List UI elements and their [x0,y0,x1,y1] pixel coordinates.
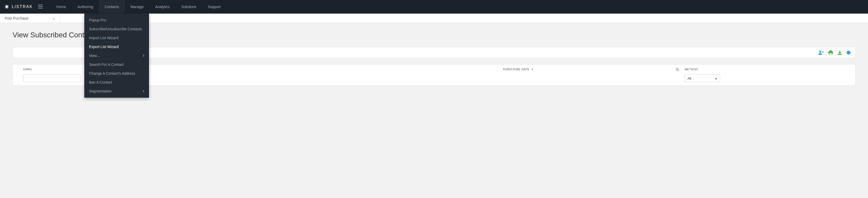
nav-item-authoring[interactable]: Authoring [72,0,99,13]
email-filter-input[interactable] [23,75,81,82]
brand-text: LISTRAK [12,4,33,9]
menu-item-import-list-wizard[interactable]: Import List Wizard [84,33,149,42]
nav-item-support[interactable]: Support [202,0,226,13]
top-nav: LISTRAK HomeAuthoringContactsManageAnaly… [0,0,868,13]
menu-item-subscribe-unsubscribe-contacts[interactable]: Subscribe/Unsubscribe Contacts [84,25,149,33]
chevron-down-icon [53,16,55,20]
menu-item-popup-pro[interactable]: Popup Pro [84,16,149,25]
nav-item-analytics[interactable]: Analytics [150,0,176,13]
chevron-right-icon [143,89,144,93]
svg-point-10 [846,51,850,55]
download-icon[interactable] [838,50,842,55]
sort-desc-icon: ▼ [531,68,534,71]
menu-item-view[interactable]: View... [84,51,149,60]
info-status-icon[interactable] [846,51,850,55]
svg-rect-9 [838,54,842,55]
list-selector[interactable]: Post Purchase [0,13,60,23]
nav-items: HomeAuthoringContactsManageAnalyticsSolu… [51,0,226,13]
chevron-right-icon [143,54,144,58]
caret-down-icon [715,77,717,81]
nav-item-solutions[interactable]: Solutions [176,0,202,13]
add-contact-icon[interactable] [818,50,824,55]
info-icon[interactable]: i [676,68,679,71]
menu-item-export-list-wizard[interactable]: Export List Wizard [84,42,149,51]
nav-item-contacts[interactable]: Contacts [99,0,125,13]
print-icon[interactable] [828,50,833,55]
menu-item-ban-a-contact[interactable]: Ban A Contact [84,78,149,87]
method-filter-value: All [687,77,691,81]
svg-rect-8 [829,53,832,55]
svg-point-3 [819,51,821,53]
nav-item-home[interactable]: Home [51,0,72,13]
brand-logo[interactable]: LISTRAK [4,4,33,10]
menu-item-change-a-contact-s-address[interactable]: Change A Contact's Address [84,69,149,78]
nav-item-manage[interactable]: Manage [125,0,150,13]
menu-item-search-for-a-contact[interactable]: Search For A Contact [84,60,149,69]
list-selector-value: Post Purchase [5,16,28,20]
col-header-subscribe-date[interactable]: SUBSCRIBE DATE ▼ [503,68,534,71]
svg-rect-5 [823,51,823,53]
contacts-dropdown: Popup ProSubscribe/Unsubscribe ContactsI… [84,13,149,93]
method-filter-select[interactable]: All [685,75,720,82]
col-header-method[interactable]: METHOD [685,68,845,71]
menu-item-segmentation[interactable]: Segmentation [84,87,149,93]
brand-icon [4,4,10,10]
hamburger-menu-icon[interactable] [37,3,44,10]
svg-rect-6 [829,50,832,52]
